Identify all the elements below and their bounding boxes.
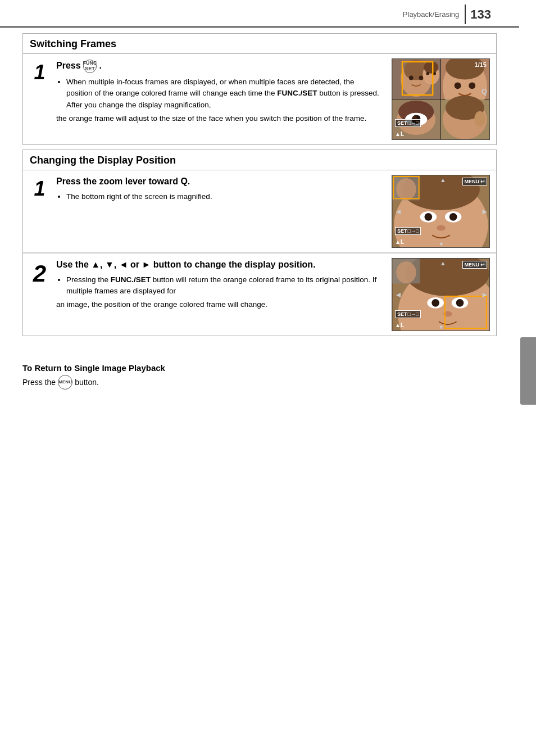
step-1-switching: 1 Press FUNCSET . When multiple in-focus… <box>23 54 496 144</box>
step-number-1: 1 <box>23 54 54 144</box>
side-tab <box>520 337 536 405</box>
svg-point-12 <box>455 82 461 89</box>
svg-text:◄: ◄ <box>394 291 402 299</box>
lcd-menu-2: MENU ↩ <box>462 178 488 185</box>
lcd-set-1: SET □→□ <box>395 119 421 127</box>
svg-point-32 <box>449 213 457 221</box>
svg-point-33 <box>437 225 446 231</box>
return-title: To Return to Single Image Playback <box>22 363 497 373</box>
lcd-screen-3: ◄ ► ▲ ▼ 1/15 MENU ↩ SET □→□ ▲L <box>392 258 490 331</box>
menu-button-icon: MENU <box>58 375 72 390</box>
lcd-size-1: ▲L <box>395 131 404 137</box>
page-header: Playback/Erasing 133 <box>0 0 519 28</box>
section-switching-frames: Switching Frames 1 Press FUNCSET . When … <box>22 33 497 145</box>
step-1b-body: The bottom right of the screen is magnif… <box>56 191 382 202</box>
lcd-set-2: SET □→□ <box>395 227 421 235</box>
step-1-changing: 1 Press the zoom lever toward Q. The bot… <box>23 170 496 253</box>
svg-text:►: ► <box>481 207 489 216</box>
step-2-changing: 2 Use the ▲, ▼, ◄ or ► button to change … <box>23 253 496 336</box>
lcd-menu-3: MENU ↩ <box>462 261 488 269</box>
lcd-zoom-1: Q <box>482 87 487 96</box>
return-body: Press the MENU button. <box>22 375 497 390</box>
svg-text:▼: ▼ <box>438 241 444 247</box>
step-1-content: Press FUNCSET . When multiple in-focus f… <box>54 54 387 144</box>
section-label: Playback/Erasing <box>403 10 459 19</box>
svg-point-7 <box>426 72 429 75</box>
svg-point-35 <box>396 178 416 200</box>
section-changing-display: Changing the Display Position 1 Press th… <box>22 150 497 336</box>
step-number-1b: 1 <box>23 170 54 252</box>
svg-point-47 <box>456 299 464 307</box>
step-number-2: 2 <box>23 253 54 336</box>
step-2-image: ◄ ► ▲ ▼ 1/15 MENU ↩ SET □→□ ▲L <box>387 253 496 336</box>
svg-text:▼: ▼ <box>438 324 444 331</box>
lcd-size-3: ▲L <box>395 322 404 328</box>
section-title-switching: Switching Frames <box>23 34 496 54</box>
lcd-set-3: SET □→□ <box>395 310 421 318</box>
svg-point-45 <box>431 299 439 307</box>
svg-point-30 <box>424 213 432 221</box>
svg-text:►: ► <box>481 291 489 299</box>
lcd-counter-1: 1/15 <box>475 61 487 68</box>
step-2-content: Use the ▲, ▼, ◄ or ► button to change th… <box>54 253 387 336</box>
page-number: 133 <box>470 7 491 22</box>
header-divider <box>465 4 466 24</box>
svg-point-4 <box>419 76 424 80</box>
bottom-section: To Return to Single Image Playback Press… <box>0 352 519 395</box>
svg-text:▲: ▲ <box>440 176 446 183</box>
step-1b-content: Press the zoom lever toward Q. The botto… <box>54 170 387 252</box>
svg-point-6 <box>424 61 438 74</box>
svg-text:▲: ▲ <box>440 260 446 266</box>
svg-point-13 <box>469 82 475 89</box>
lcd-size-2: ▲L <box>395 239 404 245</box>
svg-point-3 <box>409 76 414 80</box>
svg-point-50 <box>396 261 416 283</box>
lcd-screen-1: 1/15 Q SET □→□ ▲L <box>392 58 490 140</box>
step-1b-title: Press the zoom lever toward Q. <box>56 176 382 188</box>
section-title-changing: Changing the Display Position <box>23 150 496 170</box>
func-set-button-icon: FUNCSET <box>83 60 97 73</box>
step-1-title: Press FUNCSET . <box>56 60 382 73</box>
svg-point-24 <box>474 111 485 127</box>
svg-text:◄: ◄ <box>394 207 402 216</box>
step-1b-image: ◄ ► ▲ ▼ 1/15 MENU ↩ SET □→□ ▲L <box>387 170 496 252</box>
step-1-image: 1/15 Q SET □→□ ▲L <box>387 54 496 144</box>
lcd-screen-2: ◄ ► ▲ ▼ 1/15 MENU ↩ SET □→□ ▲L <box>392 175 490 248</box>
svg-point-20 <box>417 116 420 119</box>
step-2-body: Pressing the FUNC./SET button will retur… <box>56 274 382 311</box>
main-content: Switching Frames 1 Press FUNCSET . When … <box>0 28 519 352</box>
step-2-title: Use the ▲, ▼, ◄ or ► button to change th… <box>56 259 382 271</box>
step-1-body: When multiple in-focus frames are displa… <box>56 76 382 124</box>
